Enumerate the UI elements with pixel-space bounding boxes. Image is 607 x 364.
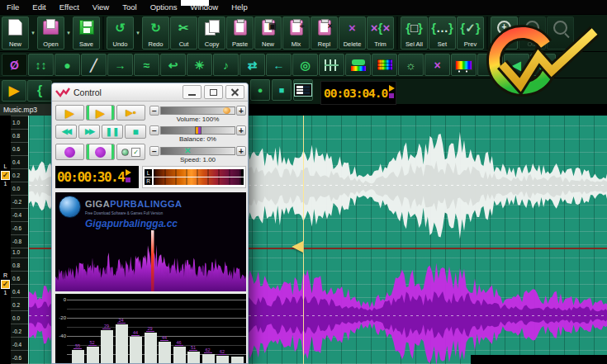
analyzer-bar — [216, 356, 229, 364]
shape-wave-icon[interactable]: ≈ — [134, 54, 159, 76]
paste-icon — [234, 19, 247, 35]
control-titlebar[interactable]: Control — [52, 83, 248, 102]
record-dot-button[interactable]: ● — [250, 79, 270, 101]
speed-slider[interactable]: − ✕ + — [149, 146, 246, 156]
save-file-button[interactable]: Save — [73, 17, 100, 50]
undo-dropdown-icon[interactable]: ▾ — [135, 17, 141, 50]
menu-view[interactable]: View — [86, 1, 116, 13]
volume-plus-button[interactable]: + — [236, 106, 246, 116]
offset-arrow-icon[interactable]: → — [107, 54, 133, 76]
stop-square-button[interactable]: ■ — [272, 79, 292, 101]
zoom-in-button[interactable]: +In — [491, 17, 518, 50]
ctrl-record-selection-button[interactable] — [86, 144, 115, 160]
select-all-button[interactable]: {□}Sel All — [401, 17, 428, 50]
pan-meter-icon[interactable] — [451, 54, 477, 76]
device-properties-button[interactable] — [293, 79, 313, 101]
balance-plus-button[interactable]: + — [236, 125, 246, 135]
volume-minus-button[interactable]: − — [149, 106, 159, 116]
open-file-button[interactable]: Open — [37, 17, 64, 50]
ctrl-monitor-panel[interactable]: ✓ — [116, 144, 145, 160]
preview-button[interactable]: {✓}Prev — [457, 17, 484, 50]
play-circle-icon[interactable]: ◑ — [477, 54, 503, 76]
swap-channels-icon[interactable]: ⇄ — [239, 54, 265, 76]
reverse-icon[interactable]: ↩ — [160, 54, 186, 76]
pitch-line-icon[interactable]: ╱ — [81, 54, 107, 76]
equalizer-icon[interactable] — [319, 54, 344, 76]
document-tab[interactable]: Music.mp3 — [0, 104, 52, 116]
spectrum-filter-icon[interactable] — [372, 54, 397, 76]
ctrl-rewind-button[interactable]: ◀◀ — [55, 125, 77, 139]
analyzer-bar — [145, 333, 157, 364]
playhead-line[interactable] — [303, 116, 304, 364]
speed-handle[interactable]: ✕ — [184, 146, 191, 155]
adjust-updown-icon[interactable]: ↕↕ — [28, 54, 54, 76]
play-button[interactable]: ▶ — [2, 80, 26, 102]
volume-track[interactable] — [160, 106, 235, 115]
channel-checkbox-l[interactable]: ✓ — [1, 171, 10, 180]
mechanize-icon[interactable]: ◎ — [292, 54, 318, 76]
new-file-button[interactable]: New — [2, 17, 29, 50]
ctrl-pause-button[interactable]: ❚❚ — [102, 125, 123, 139]
playhead-marker-icon[interactable] — [292, 241, 303, 253]
speed-track[interactable]: ✕ — [160, 147, 235, 155]
volume-slider[interactable]: − + — [149, 106, 246, 116]
menu-file[interactable]: File — [0, 1, 26, 13]
marker-flag-icon — [389, 85, 396, 102]
restore-button[interactable] — [204, 85, 223, 99]
disable-effect-icon[interactable]: Ø — [2, 54, 27, 76]
volume-handle[interactable] — [223, 107, 230, 114]
new-file-icon — [8, 19, 22, 35]
speed-minus-button[interactable]: − — [149, 146, 159, 156]
expander-icon[interactable]: × — [424, 54, 450, 76]
close-button[interactable] — [225, 85, 244, 99]
open-file-dropdown-icon[interactable]: ▾ — [65, 17, 72, 50]
channel-checkbox-r[interactable]: ✓ — [1, 280, 10, 289]
ctrl-play-button[interactable]: ▶ — [55, 105, 84, 121]
set-markers-button[interactable]: {…}Set — [429, 17, 456, 50]
new-file-dropdown-icon[interactable]: ▾ — [30, 17, 36, 50]
minimize-button[interactable] — [183, 85, 202, 99]
interpolate-icon[interactable]: ☼ — [398, 54, 424, 76]
copy-button[interactable]: Copy — [198, 17, 225, 50]
ctrl-record-button[interactable] — [55, 144, 84, 160]
paste-new-button[interactable]: ▣New — [254, 17, 282, 50]
undo-button[interactable]: ↺Undo — [107, 17, 134, 50]
brace-marker-button[interactable]: { — [27, 80, 52, 102]
balance-handle[interactable] — [195, 126, 202, 135]
cut-button[interactable]: ✂Cut — [170, 17, 197, 50]
ctrl-play-from-button[interactable]: ▶• — [116, 105, 145, 121]
note-pitch-icon[interactable]: ♪ — [213, 54, 239, 76]
redo-button[interactable]: ↻Redo — [142, 17, 169, 50]
balance-slider[interactable]: − + — [149, 125, 246, 135]
ctrl-stop-button[interactable]: ■ — [125, 125, 146, 139]
menu-help[interactable]: Help — [225, 1, 254, 13]
mix-label: Mix — [292, 40, 301, 48]
menu-tool[interactable]: Tool — [116, 1, 143, 13]
speed-plus-button[interactable]: + — [236, 146, 246, 156]
zoom-previous-button[interactable] — [547, 17, 574, 50]
menu-edit[interactable]: Edit — [26, 1, 52, 13]
monitor-checkbox[interactable]: ✓ — [131, 148, 140, 157]
zoom-out-button[interactable]: −Out — [519, 17, 546, 50]
delete-button[interactable]: ×Delete — [339, 17, 366, 50]
envelope-icon[interactable] — [345, 54, 371, 76]
menu-effect[interactable]: Effect — [53, 1, 86, 13]
balance-track[interactable] — [160, 126, 235, 135]
trim-button[interactable]: ×{×Trim — [367, 17, 394, 50]
back-arrow-icon[interactable]: ← — [266, 54, 292, 76]
ctrl-play-selection-button[interactable]: ▶ — [86, 105, 115, 121]
speaker-icon[interactable]: ◀ — [504, 54, 529, 76]
mix-icon: + — [290, 19, 303, 35]
gigapurbalingga-logo-icon — [59, 196, 81, 218]
record-icon — [64, 147, 75, 158]
balance-minus-button[interactable]: − — [149, 125, 159, 135]
flange-icon[interactable]: ☀ — [187, 54, 212, 76]
menu-options[interactable]: Options — [144, 1, 184, 13]
exclaim-icon[interactable]: (! — [530, 54, 556, 76]
doppler-icon[interactable]: ● — [55, 54, 80, 76]
ctrl-fast-forward-button[interactable]: ▶▶ — [78, 125, 100, 139]
mix-button[interactable]: +Mix — [282, 17, 310, 50]
replace-button[interactable]: ×Repl — [311, 17, 338, 50]
paste-button[interactable]: Paste — [226, 17, 254, 50]
zoom-in-icon: + — [497, 19, 511, 35]
